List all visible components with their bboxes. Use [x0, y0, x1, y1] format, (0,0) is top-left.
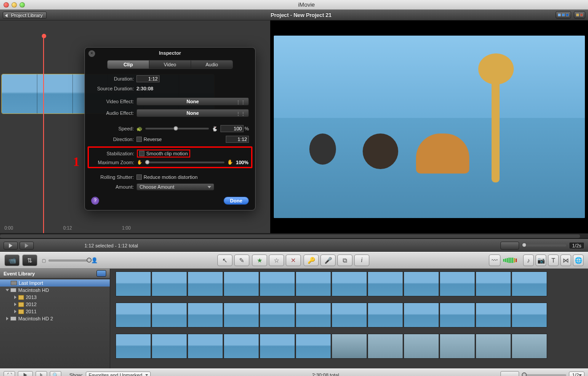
event-library-sidebar: Event Library Last Import Macintosh HD 2…	[0, 269, 110, 368]
event-thumb	[152, 271, 187, 296]
close-icon[interactable]: ×	[88, 50, 95, 57]
show-filter-dropdown[interactable]: Favorites and Unmarked	[86, 372, 151, 376]
harddrive-icon	[10, 316, 16, 321]
speed-pct-field[interactable]	[220, 125, 244, 132]
event-thumb	[332, 303, 367, 327]
event-year-2012[interactable]: 2012	[0, 301, 110, 308]
event-zoom-level[interactable]: 1/2s	[569, 372, 584, 376]
keyword-button[interactable]: 🔑	[304, 255, 319, 266]
event-year-2011[interactable]: 2011	[0, 308, 110, 315]
h-scrollbar[interactable]	[0, 234, 580, 238]
play-fullscreen-button[interactable]	[20, 242, 34, 250]
title-browser-button[interactable]: T	[548, 255, 559, 266]
done-button[interactable]: Done	[224, 197, 249, 205]
thumbnail-size-toggle[interactable]	[556, 11, 571, 19]
stabilization-highlight: Stabilization: Smooth clip motion Maximu…	[88, 146, 252, 168]
help-icon[interactable]: ?	[91, 197, 99, 205]
zoom-window-icon[interactable]	[20, 2, 25, 8]
preview-viewer[interactable]	[274, 36, 585, 218]
event-clip-row[interactable]	[116, 271, 583, 296]
video-effect-label: Video Effect:	[91, 99, 136, 104]
audio-skim-button[interactable]: 〰	[489, 255, 500, 266]
duration-field[interactable]	[136, 75, 160, 82]
event-waveform-toggle[interactable]	[500, 371, 519, 376]
event-thumb	[188, 271, 223, 296]
thumbnail-zoom-slider[interactable]	[522, 244, 566, 247]
disclosure-icon[interactable]	[14, 310, 16, 313]
event-library-header: Event Library	[0, 269, 110, 279]
center-toolbar: 📹 ⇅ ▢ 👤 ↖ ✎ ★ ☆ ✕ 🔑 🎤 ⧉ i 〰 ♪ 📷 T ⋈ 🌐	[0, 252, 588, 269]
reject-button[interactable]: ✕	[286, 255, 301, 266]
amount-dropdown[interactable]: Choose Amount	[136, 183, 214, 190]
selection-label: 1:12 selected - 1:12 total	[84, 243, 138, 248]
audio-effect-button[interactable]: None⋮⋮	[136, 109, 249, 117]
event-clip-row[interactable]	[116, 334, 583, 359]
play-selection-button[interactable]	[36, 371, 47, 376]
character-hippo	[363, 133, 398, 169]
disclosure-icon[interactable]	[14, 303, 16, 306]
play-event-button[interactable]	[18, 371, 33, 376]
voiceover-button[interactable]: 🎤	[320, 255, 336, 266]
project-library-back-button[interactable]: Project Library	[3, 12, 47, 19]
frame-toggle-icon[interactable]: ▢	[42, 258, 46, 263]
event-thumb	[296, 303, 331, 327]
video-effect-button[interactable]: None⋮⋮	[136, 97, 249, 105]
camera-import-button[interactable]: 📹	[4, 255, 20, 266]
event-zoom-slider[interactable]	[522, 374, 566, 376]
playhead[interactable]	[43, 34, 44, 239]
close-window-icon[interactable]	[4, 2, 9, 8]
event-thumb	[188, 334, 223, 359]
rolling-shutter-checkbox[interactable]	[136, 174, 142, 180]
event-last-import[interactable]: Last Import	[0, 279, 110, 287]
event-thumb	[512, 271, 547, 296]
fullscreen-button[interactable]: ⛶	[4, 371, 15, 376]
arrow-tool-button[interactable]: ↖	[217, 255, 232, 266]
event-thumb	[224, 334, 259, 359]
traffic-lights	[4, 2, 25, 8]
event-clip-row[interactable]	[116, 303, 583, 327]
search-button[interactable]: 🔍	[50, 371, 61, 376]
bottom-bar: ⛶ 🔍 Show: Favorites and Unmarked 2:30:08…	[0, 368, 588, 376]
waveform-toggle[interactable]	[500, 242, 519, 250]
unmark-button[interactable]: ☆	[269, 255, 284, 266]
speed-time-field[interactable]	[226, 136, 249, 143]
disclosure-icon[interactable]	[6, 317, 8, 320]
tab-clip[interactable]: Clip	[108, 61, 149, 69]
calendar-icon	[18, 302, 24, 307]
transition-browser-button[interactable]: ⋈	[560, 255, 571, 266]
frame-slider[interactable]	[48, 259, 88, 262]
swap-button[interactable]: ⇅	[22, 255, 37, 266]
project-timeline-panel: 1 0:00 0:12 1:00 × Inspector Clip Video …	[0, 20, 270, 233]
tab-audio[interactable]: Audio	[191, 61, 232, 69]
play-button[interactable]	[4, 242, 18, 250]
clip-thumb	[37, 74, 73, 113]
disclosure-icon[interactable]	[14, 295, 16, 299]
event-year-2013[interactable]: 2013	[0, 294, 110, 301]
music-browser-button[interactable]: ♪	[523, 255, 534, 266]
photo-browser-button[interactable]: 📷	[536, 255, 546, 266]
max-zoom-slider[interactable]	[145, 162, 224, 163]
tab-video[interactable]: Video	[149, 61, 191, 69]
minimize-window-icon[interactable]	[12, 2, 17, 8]
edit-tool-button[interactable]: ✎	[234, 255, 249, 266]
hd-toggle-button[interactable]	[96, 270, 106, 277]
crop-button[interactable]: ⧉	[337, 255, 352, 266]
speed-slider[interactable]	[145, 128, 209, 129]
disclosure-icon[interactable]	[6, 289, 9, 291]
marker-toggle[interactable]	[574, 11, 585, 19]
inspector-button[interactable]: i	[354, 255, 369, 266]
event-thumb	[260, 303, 295, 327]
reverse-checkbox[interactable]	[136, 137, 142, 142]
favorite-button[interactable]: ★	[252, 255, 267, 266]
event-macintosh-hd[interactable]: Macintosh HD	[0, 287, 110, 294]
smooth-clip-checkbox[interactable]	[139, 151, 144, 156]
person-icon[interactable]: 👤	[91, 257, 98, 263]
audio-level-meter	[503, 258, 517, 263]
tick: 1:00	[122, 226, 131, 230]
speed-unit: %	[244, 126, 249, 131]
direction-label: Direction:	[91, 137, 136, 142]
maps-browser-button[interactable]: 🌐	[573, 255, 584, 266]
event-macintosh-hd-2[interactable]: Macintosh HD 2	[0, 315, 110, 322]
audio-effect-label: Audio Effect:	[91, 110, 136, 116]
event-thumb	[512, 303, 547, 327]
